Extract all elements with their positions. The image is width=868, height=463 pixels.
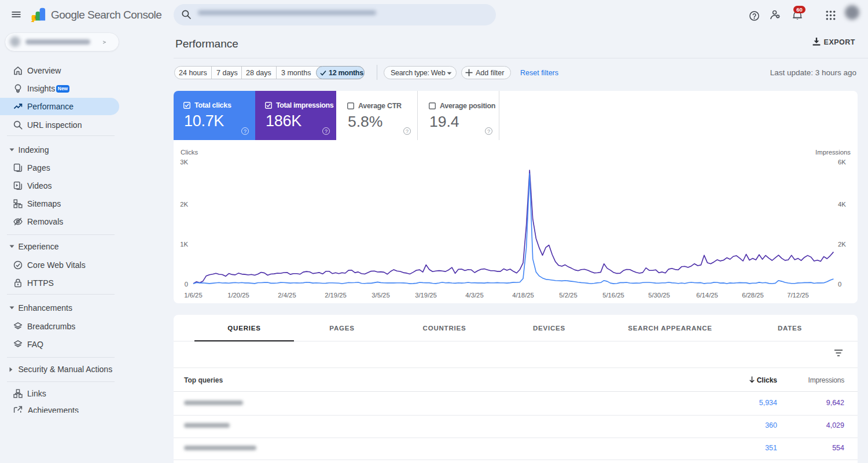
svg-text:Impressions: Impressions — [815, 149, 851, 156]
svg-text:1/6/25: 1/6/25 — [184, 292, 202, 299]
svg-text:1K: 1K — [180, 241, 188, 248]
svg-text:7/12/25: 7/12/25 — [787, 292, 809, 299]
svg-text:2K: 2K — [838, 241, 846, 248]
svg-text:4/18/25: 4/18/25 — [512, 292, 534, 299]
svg-text:0: 0 — [185, 281, 188, 288]
svg-text:3/19/25: 3/19/25 — [415, 292, 437, 299]
svg-text:5/2/25: 5/2/25 — [559, 292, 577, 299]
svg-text:0: 0 — [838, 281, 841, 288]
svg-text:3/5/25: 3/5/25 — [372, 292, 389, 299]
svg-text:3K: 3K — [180, 159, 188, 166]
svg-text:2/19/25: 2/19/25 — [325, 292, 347, 299]
svg-text:Clicks: Clicks — [181, 149, 198, 156]
svg-text:6/28/25: 6/28/25 — [742, 292, 764, 299]
svg-text:6/14/25: 6/14/25 — [696, 292, 718, 299]
svg-text:6K: 6K — [838, 159, 846, 166]
svg-text:5/30/25: 5/30/25 — [648, 292, 670, 299]
svg-text:4K: 4K — [838, 201, 846, 208]
svg-text:5/16/25: 5/16/25 — [602, 292, 624, 299]
svg-text:1/20/25: 1/20/25 — [227, 292, 249, 299]
svg-text:2/4/25: 2/4/25 — [278, 292, 296, 299]
svg-text:2K: 2K — [180, 201, 188, 208]
svg-text:4/3/25: 4/3/25 — [465, 292, 483, 299]
